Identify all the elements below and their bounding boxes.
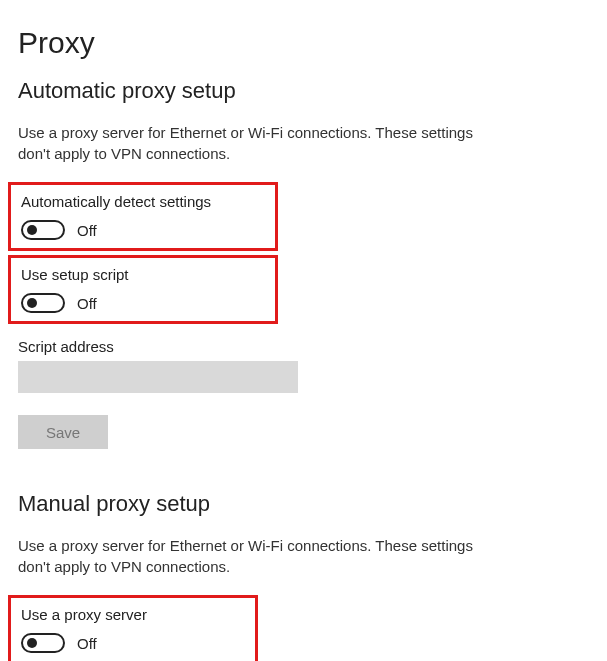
toggle-knob: [27, 638, 37, 648]
use-proxy-state: Off: [77, 635, 97, 652]
setup-script-label: Use setup script: [21, 266, 265, 283]
save-button[interactable]: Save: [18, 415, 108, 449]
highlight-auto-detect: Automatically detect settings Off: [8, 182, 278, 251]
setup-script-state: Off: [77, 295, 97, 312]
highlight-setup-script: Use setup script Off: [8, 255, 278, 324]
page-title: Proxy: [18, 26, 589, 60]
toggle-knob: [27, 298, 37, 308]
highlight-use-proxy: Use a proxy server Off: [8, 595, 258, 661]
setup-script-toggle[interactable]: [21, 293, 65, 313]
auto-detect-label: Automatically detect settings: [21, 193, 265, 210]
toggle-knob: [27, 225, 37, 235]
auto-detect-toggle[interactable]: [21, 220, 65, 240]
auto-detect-state: Off: [77, 222, 97, 239]
script-address-input[interactable]: [18, 361, 298, 393]
script-address-label: Script address: [18, 338, 589, 355]
use-proxy-toggle[interactable]: [21, 633, 65, 653]
manual-heading: Manual proxy setup: [18, 491, 589, 517]
automatic-description: Use a proxy server for Ethernet or Wi-Fi…: [18, 122, 478, 164]
use-proxy-label: Use a proxy server: [21, 606, 245, 623]
automatic-heading: Automatic proxy setup: [18, 78, 589, 104]
manual-description: Use a proxy server for Ethernet or Wi-Fi…: [18, 535, 478, 577]
